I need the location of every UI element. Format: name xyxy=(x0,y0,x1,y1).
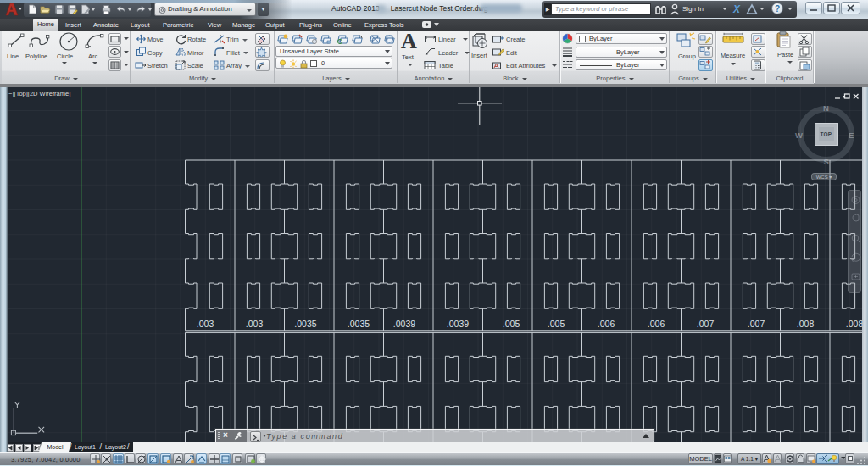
svg-text:.007: .007 xyxy=(697,319,715,329)
svg-text:.007: .007 xyxy=(748,319,765,329)
svg-text:.006: .006 xyxy=(598,319,615,329)
svg-text:.006: .006 xyxy=(648,319,665,329)
svg-text:.0035: .0035 xyxy=(294,319,316,329)
svg-text:.0035: .0035 xyxy=(348,319,370,329)
svg-text:.0039: .0039 xyxy=(447,319,469,329)
svg-text:.008: .008 xyxy=(797,319,815,329)
svg-text:.003: .003 xyxy=(246,319,264,329)
svg-text:.003: .003 xyxy=(197,319,214,329)
svg-text:.005: .005 xyxy=(503,319,520,329)
svg-text:.008: .008 xyxy=(846,319,864,329)
svg-text:.005: .005 xyxy=(548,319,565,329)
svg-text:.0039: .0039 xyxy=(393,319,415,329)
